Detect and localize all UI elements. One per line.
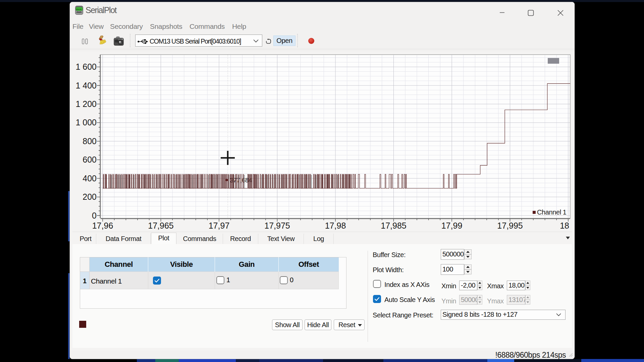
- svg-text:18: 18: [560, 221, 569, 230]
- svg-text:1 600: 1 600: [75, 62, 97, 71]
- svg-text:1 000: 1 000: [75, 118, 97, 127]
- svg-text:17,965: 17,965: [148, 221, 173, 230]
- svg-text:17,985: 17,985: [381, 221, 406, 230]
- svg-text:17,995: 17,995: [497, 221, 523, 230]
- svg-text:17,98: 17,98: [325, 221, 346, 230]
- svg-text:0: 0: [92, 211, 97, 220]
- svg-text:1 400: 1 400: [75, 81, 97, 90]
- svg-text:1 200: 1 200: [75, 99, 97, 109]
- svg-text:17,99: 17,99: [441, 221, 463, 230]
- svg-text:200: 200: [83, 192, 97, 201]
- svg-text:Channel 1: Channel 1: [537, 208, 567, 216]
- svg-text:17,96: 17,96: [92, 221, 113, 230]
- svg-text:800: 800: [83, 136, 97, 146]
- svg-text:17,97: 17,97: [209, 221, 230, 230]
- svg-text:400: 400: [83, 174, 97, 183]
- svg-text:600: 600: [83, 155, 97, 164]
- svg-text:17,975: 17,975: [264, 221, 290, 230]
